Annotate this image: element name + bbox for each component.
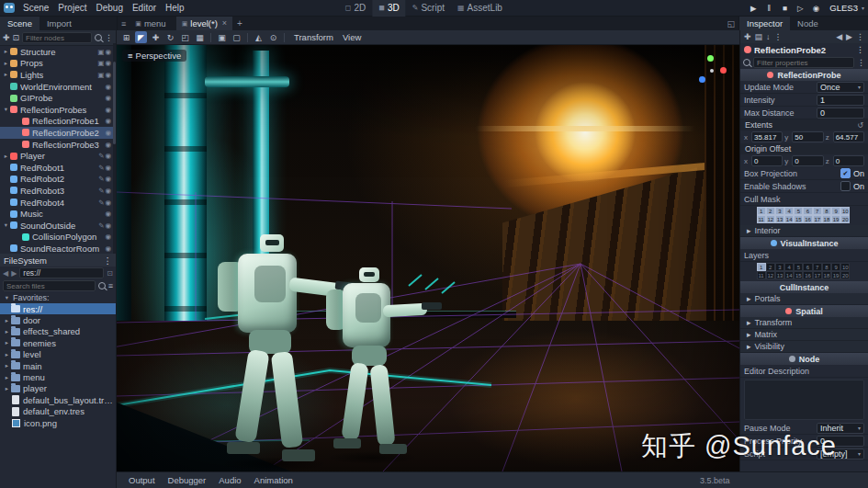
- expander-icon[interactable]: ▸: [2, 48, 10, 55]
- filesystem-row[interactable]: ▸ player: [0, 383, 116, 394]
- bottom-panel-button[interactable]: Output: [122, 475, 162, 485]
- new-resource-icon[interactable]: ✚: [744, 32, 751, 41]
- matrix-section[interactable]: ▸ Matrix: [740, 329, 868, 341]
- layer-cell[interactable]: 5: [794, 263, 803, 271]
- move-tool-icon[interactable]: ✚: [150, 31, 162, 43]
- layer-cell[interactable]: 14: [784, 215, 794, 223]
- revert-icon[interactable]: ↺: [857, 121, 863, 130]
- row-status-icons[interactable]: ✎◉: [98, 152, 114, 160]
- intensity-field[interactable]: 1: [817, 95, 864, 106]
- filesystem-row[interactable]: res://: [0, 303, 116, 314]
- box-projection-checkbox[interactable]: ✔: [840, 168, 851, 178]
- workspace-tab[interactable]: ✎ Script: [406, 0, 451, 17]
- filter-properties-input[interactable]: [753, 57, 854, 68]
- filter-nodes-input[interactable]: [22, 32, 92, 43]
- layer-cell[interactable]: 12: [766, 271, 775, 279]
- axis-y-dot[interactable]: [707, 55, 714, 62]
- row-status-icons[interactable]: ✎◉: [98, 221, 114, 230]
- category-visualinstance[interactable]: VisualInstance: [740, 237, 868, 249]
- interior-section[interactable]: ▸ Interior: [740, 225, 868, 237]
- history-forward-icon[interactable]: ▶: [846, 32, 852, 41]
- layer-cell[interactable]: 2: [766, 207, 775, 215]
- expander-icon[interactable]: ▸: [3, 317, 11, 324]
- layer-cell[interactable]: 9: [831, 207, 840, 215]
- bottom-panel-button[interactable]: Audio: [212, 475, 247, 485]
- extents-z-field[interactable]: 64.577: [833, 131, 864, 142]
- category-spatial[interactable]: Spatial: [740, 305, 868, 317]
- menu-item[interactable]: Debug: [91, 3, 127, 13]
- axis-x-dot[interactable]: [720, 67, 727, 74]
- scene-tree-row[interactable]: Music ◉: [0, 208, 116, 220]
- collapse-icon[interactable]: ▾: [3, 294, 11, 301]
- scene-tab[interactable]: ▣ menu: [130, 17, 175, 30]
- favorites-row[interactable]: ▾ Favorites:: [0, 292, 116, 303]
- axis-z-dot[interactable]: [699, 76, 705, 83]
- layer-cell[interactable]: 11: [757, 215, 766, 223]
- category-reflectionprobe[interactable]: ReflectionProbe: [740, 69, 868, 81]
- layer-cell[interactable]: 14: [784, 271, 794, 279]
- expander-icon[interactable]: ▸: [3, 362, 11, 369]
- scene-tree-row[interactable]: ▸ Player ✎◉: [0, 150, 116, 162]
- expander-icon[interactable]: ▸: [2, 60, 10, 67]
- grid-icon[interactable]: ⊞: [120, 31, 132, 43]
- scale-tool-icon[interactable]: ◰: [179, 31, 191, 43]
- extents-subheader[interactable]: Extents ↺: [740, 119, 868, 131]
- update-mode-dropdown[interactable]: Once ▾: [817, 82, 864, 93]
- workspace-tab[interactable]: ◻ 2D: [339, 0, 372, 17]
- scene-tree-row[interactable]: ▸ Props ▣◉: [0, 58, 116, 70]
- stop-button[interactable]: ■: [779, 4, 790, 13]
- expander-icon[interactable]: ▸: [2, 71, 10, 78]
- back-icon[interactable]: ◀: [3, 269, 8, 278]
- filesystem-row[interactable]: default_env.tres: [0, 406, 116, 417]
- lock-icon[interactable]: ▣: [216, 31, 228, 43]
- portals-section[interactable]: ▸ Portals: [740, 293, 868, 305]
- layer-cell[interactable]: 16: [803, 215, 812, 223]
- scene-tree-row[interactable]: WorldEnvironment ◉: [0, 81, 116, 93]
- dock-tab[interactable]: Import: [39, 17, 79, 30]
- origin-x-field[interactable]: 0: [751, 155, 783, 166]
- viewport-menu[interactable]: Transform: [289, 32, 338, 42]
- list-select-tool-icon[interactable]: ▦: [194, 31, 206, 43]
- category-cullinstance[interactable]: CullInstance: [740, 281, 868, 293]
- expander-icon[interactable]: ▾: [2, 221, 10, 229]
- row-status-icons[interactable]: ▣◉: [97, 59, 114, 67]
- layer-cell[interactable]: 8: [822, 263, 831, 271]
- expander-icon[interactable]: ▸: [3, 351, 11, 358]
- workspace-tab[interactable]: ◼ 3D: [372, 0, 405, 17]
- layer-cell[interactable]: 4: [784, 263, 794, 271]
- save-resource-icon[interactable]: ↓: [766, 32, 771, 41]
- scene-tree-row[interactable]: ▾ SoundOutside ✎◉: [0, 220, 116, 232]
- expander-icon[interactable]: ▾: [2, 106, 10, 113]
- filesystem-row[interactable]: ▸ level: [0, 349, 116, 360]
- row-status-icons[interactable]: ✎◉: [98, 164, 114, 172]
- scene-tree-row[interactable]: CollisionPolygon ◉: [0, 232, 116, 244]
- scene-tree-row[interactable]: RedRobot1 ✎◉: [0, 162, 116, 174]
- unlock-icon[interactable]: ▢: [231, 31, 242, 43]
- layer-cell[interactable]: 12: [766, 215, 775, 223]
- extents-x-field[interactable]: 35.817: [751, 131, 783, 142]
- scene-tree-row[interactable]: ▾ ReflectionProbes ◉: [0, 104, 116, 116]
- row-status-icons[interactable]: ▣◉: [97, 71, 114, 79]
- search-files-input[interactable]: [3, 280, 96, 291]
- layer-cell[interactable]: 11: [757, 271, 766, 279]
- visibility-section[interactable]: ▸ Visibility: [740, 341, 868, 353]
- layer-cell[interactable]: 7: [813, 207, 822, 215]
- scene-tree-row[interactable]: RedRobot3 ✎◉: [0, 185, 116, 197]
- view-axis-gizmo[interactable]: [695, 54, 728, 87]
- layer-cell[interactable]: 3: [775, 207, 784, 215]
- rotate-tool-icon[interactable]: ↻: [164, 31, 176, 43]
- scene-tree-row[interactable]: ReflectionProbe1 ◉: [0, 116, 116, 128]
- layer-cell[interactable]: 6: [803, 207, 812, 215]
- origin-y-field[interactable]: 0: [792, 155, 823, 166]
- scene-tab-list-icon[interactable]: ≡: [118, 19, 130, 28]
- row-status-icons[interactable]: ✎◉: [98, 175, 114, 183]
- scene-tree-row[interactable]: GIProbe ◉: [0, 92, 116, 104]
- filesystem-row[interactable]: ▸ main: [0, 360, 116, 371]
- layer-cell[interactable]: 13: [775, 215, 784, 223]
- bottom-panel-button[interactable]: Animation: [248, 475, 299, 485]
- viewport-menu[interactable]: View: [338, 32, 366, 42]
- inspector-options-icon[interactable]: ⋮: [857, 57, 865, 68]
- filesystem-row[interactable]: ▸ menu: [0, 371, 116, 382]
- forward-icon[interactable]: ▶: [11, 269, 17, 278]
- scene-tree-row[interactable]: ReflectionProbe2 ◉: [0, 127, 116, 139]
